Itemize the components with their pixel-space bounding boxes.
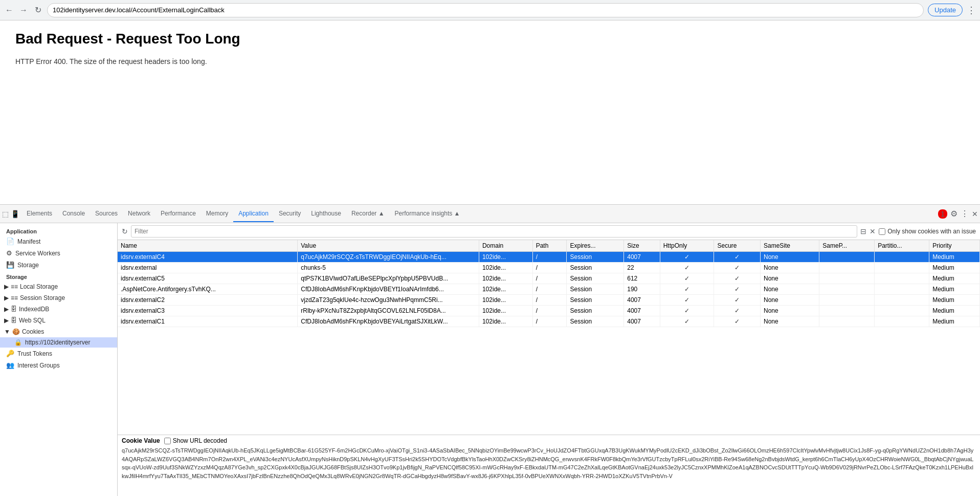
more-devtools-icon[interactable]: ⋮: [961, 209, 969, 219]
filter-options-button[interactable]: ⊟: [860, 227, 866, 235]
tab-console[interactable]: Console: [57, 206, 90, 222]
tab-security[interactable]: Security: [274, 206, 306, 222]
local-storage-label: Local Storage: [20, 283, 58, 290]
cookies-label: Cookies: [22, 328, 44, 335]
page-content: Bad Request - Request Too Long HTTP Erro…: [0, 20, 980, 205]
back-button[interactable]: ←: [4, 5, 14, 15]
trust-tokens-icon: 🔑: [6, 350, 14, 357]
col-value[interactable]: Value: [298, 240, 479, 252]
tab-performance-insights[interactable]: Performance insights ▲: [390, 206, 465, 222]
tab-sources[interactable]: Sources: [90, 206, 123, 222]
triangle-icon: ▶: [4, 283, 9, 290]
col-name[interactable]: Name: [118, 240, 298, 252]
tab-network[interactable]: Network: [123, 206, 155, 222]
devtools-body: Application 📄 Manifest ⚙ Service Workers…: [0, 223, 980, 496]
close-devtools-icon[interactable]: ✕: [972, 210, 978, 218]
only-issues-checkbox-label[interactable]: Only show cookies with an issue: [879, 228, 976, 235]
devtools-tab-bar: ⬚ 📱 Elements Console Sources Network Per…: [0, 205, 980, 223]
storage-icon: 💾: [6, 261, 14, 269]
col-size[interactable]: Size: [624, 240, 660, 252]
tab-application[interactable]: Application: [233, 206, 274, 222]
sidebar-group-websql[interactable]: ▶ 🗄 Web SQL: [0, 315, 117, 326]
origin-label: https://102identityserver: [25, 339, 90, 346]
origin-icon: 🔒: [14, 339, 22, 346]
tab-elements[interactable]: Elements: [21, 206, 57, 222]
table-row[interactable]: idsrv.externalC4q7ucAjkM29rSCQZ-sTsTRWDg…: [118, 252, 980, 263]
show-url-decoded-text: Show URL decoded: [173, 437, 227, 444]
table-row[interactable]: idsrv.externalC3rRlby-kPXcNuT8Z2xpbjtAlt…: [118, 306, 980, 316]
clear-filter-button[interactable]: ✕: [870, 227, 876, 235]
col-samesite[interactable]: SameSite: [760, 240, 819, 252]
device-mode-icon[interactable]: 📱: [11, 210, 19, 218]
col-httponly[interactable]: HttpOnly: [660, 240, 714, 252]
sidebar-item-label: Manifest: [17, 238, 40, 245]
sidebar-group-indexeddb[interactable]: ▶ 🗄 IndexedDB: [0, 304, 117, 315]
main-content-area: ↻ ⊟ ✕ Only show cookies with an issue Na…: [118, 223, 980, 496]
refresh-cookies-button[interactable]: ↻: [122, 227, 128, 235]
tab-performance[interactable]: Performance: [155, 206, 201, 222]
filter-input[interactable]: [131, 225, 857, 238]
tab-lighthouse[interactable]: Lighthouse: [306, 206, 346, 222]
sidebar-group-cookies[interactable]: ▼ 🍪 Cookies: [0, 326, 117, 337]
col-secure[interactable]: Secure: [714, 240, 761, 252]
triangle-icon: ▶: [4, 306, 9, 313]
tab-memory[interactable]: Memory: [201, 206, 233, 222]
sidebar-item-service-workers[interactable]: ⚙ Service Workers: [0, 247, 117, 259]
triangle-expanded-icon: ▼: [4, 328, 10, 335]
col-samep[interactable]: SameP...: [819, 240, 875, 252]
websql-label: Web SQL: [19, 317, 46, 324]
local-storage-icon: ≡≡: [11, 283, 18, 290]
cookie-table: Name Value Domain Path Expires... Size H…: [118, 240, 980, 327]
manifest-icon: 📄: [6, 238, 14, 245]
sidebar-item-label: Service Workers: [15, 250, 60, 257]
sidebar-child-cookies-origin[interactable]: 🔒 https://102identityserver: [0, 337, 117, 348]
more-options-icon[interactable]: ⋮: [967, 5, 976, 16]
update-button[interactable]: Update: [928, 4, 963, 16]
storage-section-label: Storage: [0, 271, 117, 281]
cookie-table-wrapper[interactable]: Name Value Domain Path Expires... Size H…: [118, 240, 980, 435]
cookie-value-header: Cookie Value Show URL decoded: [122, 437, 976, 444]
cookie-value-content: q7ucAjkM29rSCQZ-sTsTRWDggIEOjNIIAqkUb-hE…: [122, 446, 976, 480]
col-domain[interactable]: Domain: [479, 240, 532, 252]
element-selector-icon[interactable]: ⬚: [2, 210, 9, 218]
sidebar-item-trust-tokens[interactable]: 🔑 Trust Tokens: [0, 348, 117, 359]
table-row[interactable]: idsrv.externalchunks-5102ide.../Session2…: [118, 263, 980, 273]
sidebar-item-label: Trust Tokens: [17, 350, 52, 357]
devtools-sidebar: Application 📄 Manifest ⚙ Service Workers…: [0, 223, 118, 496]
error-badge[interactable]: 1: [938, 209, 947, 219]
table-row[interactable]: .AspNetCore.Antiforgery.sTvhKQ...CfDJ8Io…: [118, 284, 980, 295]
sidebar-item-label: Storage: [17, 262, 39, 269]
cookie-value-panel: Cookie Value Show URL decoded q7ucAjkM29…: [118, 435, 980, 496]
page-title: Bad Request - Request Too Long: [15, 31, 965, 47]
reload-button[interactable]: ↻: [33, 5, 43, 15]
only-issues-checkbox[interactable]: [879, 228, 885, 235]
show-url-decoded-label[interactable]: Show URL decoded: [164, 437, 227, 444]
table-row[interactable]: idsrv.externalC2vjzdZaT23g5qklUe4c-hzcwO…: [118, 295, 980, 306]
sidebar-group-local-storage[interactable]: ▶ ≡≡ Local Storage: [0, 281, 117, 292]
settings-icon[interactable]: ⚙: [950, 209, 957, 219]
browser-bar: ← → ↻ Update ⋮: [0, 0, 980, 20]
table-row[interactable]: idsrv.externalC1CfDJ8IobAdM6shFKnpKbjdoV…: [118, 316, 980, 327]
col-priority[interactable]: Priority: [929, 240, 980, 252]
sidebar-item-manifest[interactable]: 📄 Manifest: [0, 235, 117, 247]
col-path[interactable]: Path: [532, 240, 567, 252]
indexeddb-label: IndexedDB: [19, 306, 49, 313]
show-url-decoded-checkbox[interactable]: [164, 438, 171, 444]
session-storage-label: Session Storage: [20, 294, 65, 301]
cookies-icon: 🍪: [12, 328, 20, 335]
table-row[interactable]: idsrv.externalC5qtPS7K1BVlwdO7afLiBeSEPl…: [118, 273, 980, 284]
forward-button[interactable]: →: [18, 5, 29, 15]
interest-groups-icon: 👥: [6, 361, 14, 369]
service-workers-icon: ⚙: [6, 249, 12, 257]
sidebar-item-interest-groups[interactable]: 👥 Interest Groups: [0, 359, 117, 371]
application-section-label: Application: [0, 225, 117, 235]
sidebar-item-label: Interest Groups: [17, 362, 60, 369]
sidebar-group-session-storage[interactable]: ▶ ≡≡ Session Storage: [0, 292, 117, 304]
sidebar-item-storage[interactable]: 💾 Storage: [0, 259, 117, 271]
tab-recorder[interactable]: Recorder ▲: [346, 206, 390, 222]
col-partition[interactable]: Partitio...: [875, 240, 929, 252]
col-expires[interactable]: Expires...: [567, 240, 624, 252]
page-error-text: HTTP Error 400. The size of the request …: [15, 57, 965, 66]
websql-icon: 🗄: [11, 317, 17, 324]
address-bar[interactable]: [47, 3, 924, 17]
